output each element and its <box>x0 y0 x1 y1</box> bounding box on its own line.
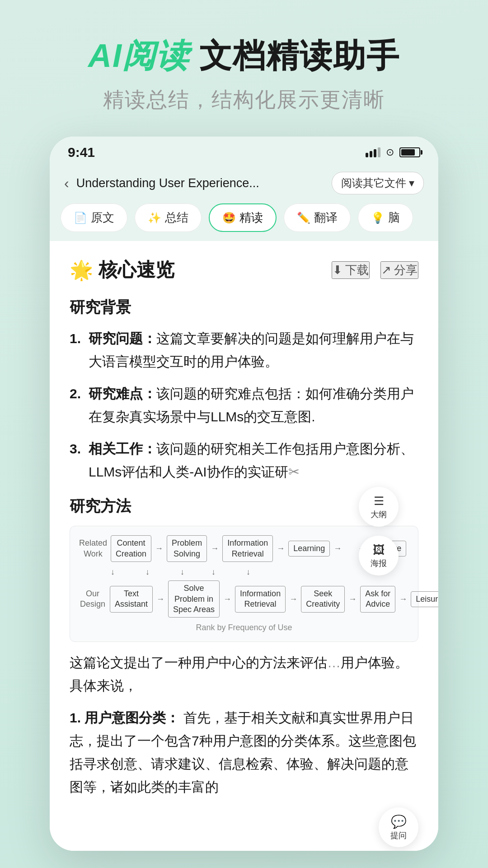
research-background-block: 研究背景 1. 研究问题：这篇文章要解决的问题是如何理解用户在与大语言模型交互时… <box>70 297 418 483</box>
item-text: 研究难点：该问题的研究难点包括：如何准确分类用户在复杂真实场景中与LLMs的交互… <box>89 382 418 428</box>
item-num: 1. <box>70 327 84 350</box>
tab-jindu-label: 精读 <box>239 210 263 226</box>
tab-fanyi[interactable]: ✏️ 翻译 <box>284 203 351 232</box>
battery-fill <box>401 149 415 156</box>
tab-zongjie[interactable]: ✨ 总结 <box>135 203 202 232</box>
bottom-intro: 这篇论文提出了一种用户中心的方法来评估…用户体验。具体来说， <box>70 651 418 697</box>
ask-label: 提问 <box>390 830 407 841</box>
outline-icon: ☰ <box>374 494 384 508</box>
content-area: 🌟 核心速览 ⬇ 下载 ↗ 分享 研究背景 1. 研究问题：这篇文章要解 <box>50 241 438 851</box>
outline-label: 大纲 <box>371 509 387 520</box>
research-method-block: 研究方法 RelatedWork ContentCreation → Probl… <box>70 496 418 642</box>
tab-nao-label: 脑 <box>388 210 400 226</box>
section-title-text: 核心速览 <box>99 257 174 283</box>
tab-jindu[interactable]: 🤩 精读 <box>209 203 277 232</box>
signal-icon <box>366 147 380 157</box>
diag-arrow: → <box>333 544 342 553</box>
down-arrow: ↓ <box>246 567 250 577</box>
section-title: 🌟 核心速览 <box>70 257 174 283</box>
read-btn-label: 阅读其它文件 <box>341 176 406 190</box>
diag-arrow: → <box>155 544 163 553</box>
item-text: 相关工作：该问题的研究相关工作包括用户意图分析、LLMs评估和人类-AI协作的实… <box>89 437 418 483</box>
item-num: 3. <box>70 437 84 460</box>
poster-button[interactable]: 🖼 海报 <box>359 536 399 576</box>
share-icon: ↗ <box>381 263 391 277</box>
diag-box-solve-problem: SolveProblem inSpec Areas <box>168 580 220 618</box>
diagram-row-2: OurDesign TextAssistant → SolveProblem i… <box>79 580 409 618</box>
list-item: 2. 研究难点：该问题的研究难点包括：如何准确分类用户在复杂真实场景中与LLMs… <box>70 382 418 428</box>
ask-icon: 💬 <box>391 814 407 829</box>
tab-bar: 📄 原文 ✨ 总结 🤩 精读 ✏️ 翻译 💡 脑 <box>50 203 438 241</box>
wifi-icon: ⊙ <box>386 146 394 158</box>
diag-box-ask-advice: Ask forAdvice <box>360 586 395 613</box>
research-background-heading: 研究背景 <box>70 297 418 318</box>
share-button[interactable]: ↗ 分享 <box>380 261 418 279</box>
share-label: 分享 <box>394 262 418 278</box>
down-arrow: ↓ <box>211 567 216 577</box>
tab-fanyi-icon: ✏️ <box>297 212 310 224</box>
diag-box-info-retrieval-2: InformationRetrieval <box>235 586 286 613</box>
diag-box-seek-creativity: SeekCreativity <box>301 586 345 613</box>
read-other-files-button[interactable]: 阅读其它文件 ▾ <box>332 172 424 194</box>
diag-box-leisure-2: Leisure <box>411 591 438 607</box>
diag-box-learning: Learning <box>288 541 330 557</box>
hero-subtitle: 精读总结，结构化展示更清晰 <box>27 86 461 114</box>
list-item: 1. 用户意图分类： 首先，基于相关文献和真实世界用户日志，提出了一个包含7种用… <box>70 706 418 798</box>
back-button[interactable]: ‹ <box>64 175 69 192</box>
hero-title-green: AI阅读 <box>88 38 189 74</box>
outline-button[interactable]: ☰ 大纲 <box>359 487 399 527</box>
status-bar: 9:41 ⊙ <box>50 137 438 165</box>
download-label: 下载 <box>345 262 369 278</box>
diag-related-work-label: RelatedWork <box>79 538 107 559</box>
diag-our-design-label: OurDesign <box>79 589 106 610</box>
float-buttons: ☰ 大纲 🖼 海报 <box>359 487 399 576</box>
hero-section: AI阅读 文档精读助手 精读总结，结构化展示更清晰 <box>0 0 488 137</box>
hero-title: AI阅读 文档精读助手 <box>27 36 461 75</box>
status-icons: ⊙ <box>366 146 420 158</box>
tab-zongjie-icon: ✨ <box>148 212 161 224</box>
diag-arrow: → <box>348 594 357 604</box>
poster-label: 海报 <box>371 558 387 569</box>
document-title: Understanding User Experience... <box>76 176 324 190</box>
diag-arrow: → <box>399 594 407 604</box>
section-actions: ⬇ 下载 ↗ 分享 <box>332 261 418 279</box>
section-icon: 🌟 <box>70 259 93 281</box>
top-nav: ‹ Understanding User Experience... 阅读其它文… <box>50 165 438 203</box>
list-item: 1. 研究问题：这篇文章要解决的问题是如何理解用户在与大语言模型交互时的用户体验… <box>70 327 418 373</box>
diag-box-problem-solving: ProblemSolving <box>167 535 207 562</box>
diag-arrow: → <box>223 594 231 604</box>
tab-nao[interactable]: 💡 脑 <box>358 203 413 232</box>
item-num: 2. <box>70 382 84 405</box>
down-arrow: ↓ <box>145 567 150 577</box>
phone-frame: 9:41 ⊙ ‹ Understanding User Experience..… <box>50 137 438 851</box>
diag-arrow: → <box>289 594 297 604</box>
diag-box-text-assistant: TextAssistant <box>110 586 153 613</box>
diag-arrow: → <box>211 544 219 553</box>
diag-arrow: → <box>156 594 164 604</box>
ask-button[interactable]: 💬 提问 <box>379 807 418 847</box>
hero-title-black: 文档精读助手 <box>189 38 400 74</box>
read-btn-arrow-icon: ▾ <box>409 177 414 189</box>
poster-icon: 🖼 <box>373 543 385 557</box>
tab-zongjie-label: 总结 <box>165 210 188 226</box>
back-arrow-icon: ‹ <box>64 175 69 192</box>
ask-btn-container: 💬 提问 <box>70 807 418 835</box>
download-button[interactable]: ⬇ 下载 <box>332 261 370 279</box>
bottom-list: 1. 用户意图分类： 首先，基于相关文献和真实世界用户日志，提出了一个包含7种用… <box>70 706 418 798</box>
status-time: 9:41 <box>68 145 95 160</box>
item-num: 1. <box>70 710 84 725</box>
diag-box-info-retrieval: InformationRetrieval <box>222 535 273 562</box>
tab-yuanwen[interactable]: 📄 原文 <box>61 203 127 232</box>
diag-arrow: → <box>277 544 285 553</box>
diag-box-content-creation: ContentCreation <box>111 535 151 562</box>
tab-jindu-icon: 🤩 <box>222 212 236 224</box>
battery-icon <box>399 147 420 157</box>
item-text: 研究问题：这篇文章要解决的问题是如何理解用户在与大语言模型交互时的用户体验。 <box>89 327 418 373</box>
diag-box-gap <box>345 547 354 551</box>
tab-fanyi-label: 翻译 <box>314 210 338 226</box>
list-item: 3. 相关工作：该问题的研究相关工作包括用户意图分析、LLMs评估和人类-AI协… <box>70 437 418 483</box>
item-bold: 用户意图分类： <box>84 710 179 725</box>
down-arrow: ↓ <box>180 567 184 577</box>
diagram-caption: Rank by Frequency of Use <box>79 623 409 632</box>
download-icon: ⬇ <box>333 263 343 277</box>
